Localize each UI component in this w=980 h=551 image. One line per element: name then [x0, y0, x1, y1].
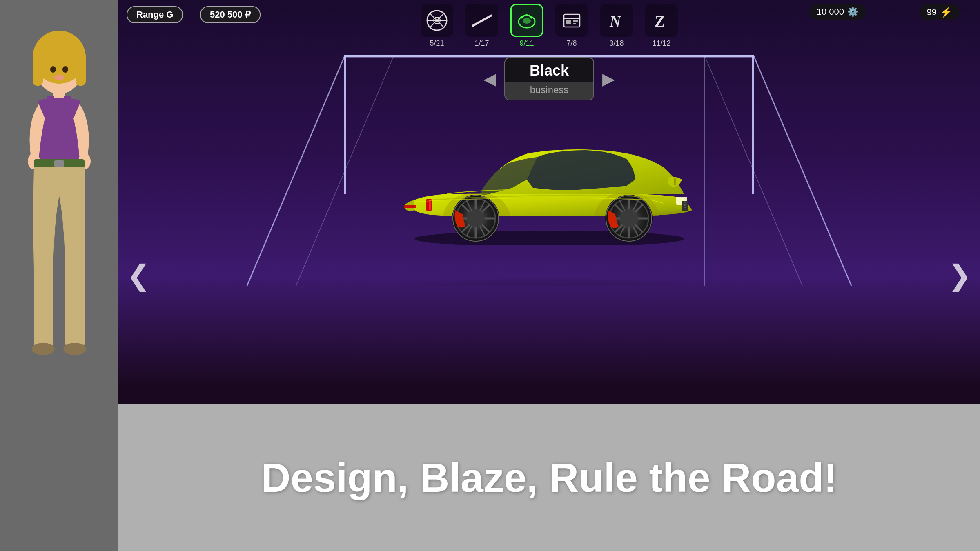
livery-icon-box [555, 4, 588, 37]
svg-point-70 [620, 209, 638, 227]
category-livery[interactable]: 7/8 [555, 4, 588, 48]
svg-point-43 [345, 253, 753, 286]
svg-point-5 [62, 66, 68, 73]
svg-rect-45 [404, 205, 416, 208]
lightning-value: 99 [927, 7, 937, 18]
left-panel [0, 0, 118, 551]
svg-point-17 [63, 343, 86, 355]
color-name-label: Black [505, 58, 593, 82]
color-next-arrow[interactable]: ▶ [602, 69, 615, 88]
car-container [365, 90, 733, 245]
price-badge: 520 500 ₽ [200, 6, 261, 23]
color-icon-box [510, 4, 543, 37]
svg-rect-14 [34, 265, 53, 347]
svg-line-36 [753, 55, 851, 286]
svg-rect-30 [573, 20, 578, 22]
nav-left-arrow[interactable]: ❮ [127, 259, 151, 292]
left-arrow-icon: ❮ [127, 260, 151, 291]
coins-value: 10 000 [817, 7, 844, 17]
top-bar: Range G 520 500 ₽ 5/21 [118, 0, 980, 29]
lightning-badge: 99 ⚡ [920, 4, 960, 20]
svg-rect-42 [752, 55, 754, 194]
stripe-count: 1/17 [474, 39, 489, 48]
category-color[interactable]: 9/11 [510, 4, 543, 48]
svg-point-16 [32, 343, 55, 355]
svg-point-59 [467, 209, 485, 227]
nav-right-arrow[interactable]: ❯ [948, 259, 972, 292]
svg-text:Z: Z [655, 13, 665, 30]
right-arrow-icon: ❯ [948, 260, 972, 291]
svg-rect-71 [674, 178, 676, 185]
svg-rect-41 [344, 55, 346, 194]
svg-line-24 [473, 16, 491, 26]
wheels-icon-box [421, 4, 453, 37]
svg-rect-74 [684, 204, 686, 206]
car-svg [365, 90, 733, 245]
svg-rect-75 [684, 207, 686, 208]
category-row: 5/21 1/17 [421, 4, 678, 48]
svg-rect-73 [684, 202, 686, 203]
style1-count: 3/18 [609, 39, 624, 48]
svg-rect-3 [76, 53, 86, 86]
showcase-area: ◀ Black business ▶ [223, 49, 876, 286]
svg-line-35 [247, 55, 345, 286]
lightning-icon: ⚡ [940, 7, 952, 18]
category-wheels[interactable]: 5/21 [421, 4, 453, 48]
color-prev-arrow[interactable]: ◀ [483, 69, 496, 88]
svg-rect-13 [54, 160, 64, 167]
color-name-box: Black business [504, 57, 594, 100]
stripe-icon-box [466, 4, 498, 37]
svg-rect-15 [65, 265, 85, 347]
category-stripe[interactable]: 1/17 [466, 4, 498, 48]
svg-text:N: N [609, 13, 621, 30]
wheels-count: 5/21 [430, 39, 444, 48]
coins-badge: 10 000 ⚙️ [809, 4, 866, 20]
gear-icon: ⚙️ [847, 7, 858, 17]
character-area [0, 0, 118, 551]
livery-count: 7/8 [566, 39, 577, 48]
svg-point-4 [50, 66, 56, 73]
style1-icon-box: N [600, 4, 633, 37]
character-figure [6, 16, 112, 404]
svg-rect-29 [566, 20, 571, 24]
svg-point-6 [54, 75, 64, 80]
color-type-label: business [505, 82, 593, 100]
svg-rect-31 [573, 23, 576, 24]
color-count: 9/11 [519, 39, 534, 48]
category-style2[interactable]: Z 11/12 [645, 4, 678, 48]
price-value: 520 500 [210, 9, 243, 20]
category-style1[interactable]: N 3/18 [600, 4, 633, 48]
svg-rect-2 [33, 53, 43, 86]
tagline-text: Design, Blaze, Rule the Road! [261, 454, 837, 501]
main-area: Range G 520 500 ₽ 5/21 [118, 0, 980, 551]
svg-rect-9 [64, 96, 71, 116]
svg-rect-47 [429, 200, 431, 210]
range-badge[interactable]: Range G [127, 6, 183, 23]
bottom-section: Design, Blaze, Rule the Road! [118, 404, 980, 551]
svg-point-26 [523, 18, 531, 24]
style2-icon-box: Z [645, 4, 678, 37]
style2-count: 11/12 [652, 39, 670, 48]
color-selector: ◀ Black business ▶ [483, 57, 615, 100]
currency-symbol: ₽ [245, 9, 251, 20]
svg-rect-8 [47, 96, 54, 116]
